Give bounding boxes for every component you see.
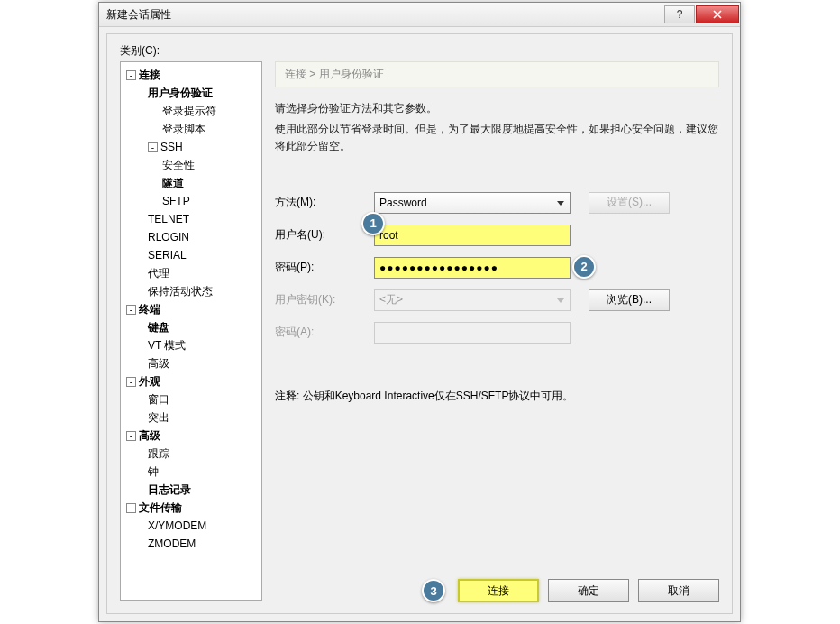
bottom-buttons: 3 连接 确定 取消 xyxy=(422,579,719,602)
tree-item-advanced[interactable]: 高级 xyxy=(139,429,160,442)
settings-button: 设置(S)... xyxy=(589,192,670,214)
tree-item-rlogin[interactable]: RLOGIN xyxy=(121,228,261,246)
tree-item-trace[interactable]: 跟踪 xyxy=(121,445,261,463)
tree-item-ssh[interactable]: SSH xyxy=(160,141,183,153)
method-select[interactable]: Password xyxy=(374,192,571,214)
ok-button[interactable]: 确定 xyxy=(548,579,629,602)
passphrase-label: 密码(A): xyxy=(275,325,374,340)
tree-item-highlight[interactable]: 突出 xyxy=(121,408,261,427)
annotation-2: 2 xyxy=(572,255,596,279)
close-button[interactable] xyxy=(696,5,739,23)
cancel-button[interactable]: 取消 xyxy=(638,579,719,602)
tree-toggle-icon[interactable]: - xyxy=(126,431,136,441)
tree-toggle-icon[interactable]: - xyxy=(126,70,136,80)
tree-item-bell[interactable]: 钟 xyxy=(121,463,261,481)
breadcrumb: 连接 > 用户身份验证 xyxy=(275,61,719,87)
tree-item-filetransfer[interactable]: 文件传输 xyxy=(139,501,182,514)
tree-item-logging[interactable]: 日志记录 xyxy=(121,481,261,499)
tree-toggle-icon[interactable]: - xyxy=(126,305,136,315)
tree-item-vt[interactable]: VT 模式 xyxy=(121,336,261,354)
tree-item-telnet[interactable]: TELNET xyxy=(121,210,261,228)
help-button[interactable]: ? xyxy=(664,5,695,23)
tree-item-proxy[interactable]: 代理 xyxy=(121,264,261,282)
method-label: 方法(M): xyxy=(275,195,374,210)
category-tree[interactable]: -连接 用户身份验证 登录提示符 登录脚本 -SSH 安全性 隧道 SFTP T… xyxy=(120,61,262,601)
password-label: 密码(P): xyxy=(275,260,374,275)
username-input[interactable] xyxy=(374,225,571,246)
category-label: 类别(C): xyxy=(120,43,719,59)
titlebar: 新建会话属性 ? xyxy=(99,3,740,27)
tree-item-serial[interactable]: SERIAL xyxy=(121,246,261,264)
tree-item-login-script[interactable]: 登录脚本 xyxy=(121,120,261,138)
description-2: 使用此部分以节省登录时间。但是，为了最大限度地提高安全性，如果担心安全问题，建议… xyxy=(275,121,719,155)
annotation-1: 1 xyxy=(361,212,385,235)
browse-button[interactable]: 浏览(B)... xyxy=(589,289,670,311)
description-1: 请选择身份验证方法和其它参数。 xyxy=(275,100,719,117)
tree-item-keyboard[interactable]: 键盘 xyxy=(121,318,261,336)
tree-item-userauth[interactable]: 用户身份验证 xyxy=(121,84,261,102)
tree-toggle-icon[interactable]: - xyxy=(126,377,136,387)
right-panel: 连接 > 用户身份验证 请选择身份验证方法和其它参数。 使用此部分以节省登录时间… xyxy=(275,61,719,568)
userkey-select: <无> xyxy=(374,289,571,311)
password-input[interactable] xyxy=(374,257,571,279)
session-properties-dialog: 新建会话属性 ? 类别(C): -连接 用户身份验证 登录提示符 登录脚本 -S… xyxy=(98,2,741,622)
annotation-3: 3 xyxy=(422,579,445,602)
passphrase-input xyxy=(374,322,571,344)
tree-item-connection[interactable]: 连接 xyxy=(139,69,160,81)
tree-item-login-prompt[interactable]: 登录提示符 xyxy=(121,102,261,120)
tree-toggle-icon[interactable]: - xyxy=(148,142,158,152)
tree-item-ssh-tunnel[interactable]: 隧道 xyxy=(121,174,261,192)
tree-item-xymodem[interactable]: X/YMODEM xyxy=(121,517,261,535)
userkey-label: 用户密钥(K): xyxy=(275,292,374,307)
connect-button[interactable]: 连接 xyxy=(458,579,539,602)
footnote: 注释: 公钥和Keyboard Interactive仅在SSH/SFTP协议中… xyxy=(275,389,719,404)
tree-item-keepalive[interactable]: 保持活动状态 xyxy=(121,282,261,300)
tree-item-appearance[interactable]: 外观 xyxy=(139,375,160,388)
tree-item-zmodem[interactable]: ZMODEM xyxy=(121,535,261,553)
window-title: 新建会话属性 xyxy=(106,7,171,23)
tree-item-terminal-advanced[interactable]: 高级 xyxy=(121,354,261,372)
username-label: 用户名(U): xyxy=(275,227,374,243)
tree-item-terminal[interactable]: 终端 xyxy=(139,303,160,316)
dialog-body: 类别(C): -连接 用户身份验证 登录提示符 登录脚本 -SSH 安全性 隧道… xyxy=(106,33,733,614)
tree-item-ssh-sftp[interactable]: SFTP xyxy=(121,192,261,210)
auth-form: 方法(M): Password 设置(S)... 用户名(U): 1 密码(P)… xyxy=(275,192,719,344)
tree-toggle-icon[interactable]: - xyxy=(126,503,136,513)
tree-item-window[interactable]: 窗口 xyxy=(121,390,261,408)
tree-item-ssh-security[interactable]: 安全性 xyxy=(121,156,261,174)
